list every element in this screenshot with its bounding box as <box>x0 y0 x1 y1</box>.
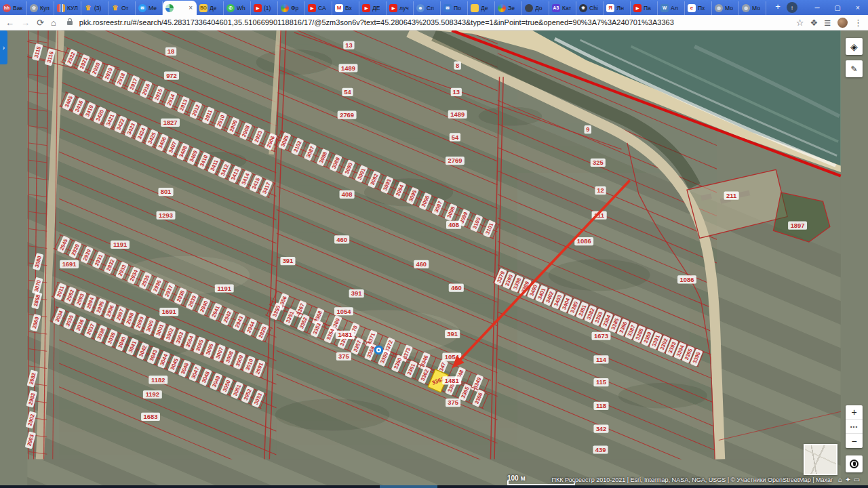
search-point-marker[interactable] <box>375 346 382 353</box>
tab[interactable]: До <box>522 1 549 15</box>
tab[interactable]: eПх <box>685 1 712 15</box>
parcel-label[interactable]: 1481 <box>336 331 355 339</box>
parcel-label[interactable]: 1191 <box>111 241 130 249</box>
tab[interactable]: ▶Па <box>631 1 658 15</box>
parcel-label[interactable]: 1481 <box>442 376 461 384</box>
tab[interactable]: ✉Ме <box>136 1 163 15</box>
new-tab-button[interactable]: + <box>769 1 787 14</box>
layers-button[interactable]: ◈ <box>846 38 863 55</box>
parcel-label[interactable]: 375 <box>446 399 460 407</box>
reload-button[interactable]: ⟳ <box>37 18 44 27</box>
tab[interactable]: ▶луч <box>387 1 414 15</box>
back-button[interactable]: ← <box>5 18 14 27</box>
parcel-label[interactable]: 9 <box>585 125 591 134</box>
tab[interactable]: ❋Chi <box>576 1 604 15</box>
parcel-label[interactable]: 115 <box>593 378 608 386</box>
cadastral-map[interactable]: 2922292129202919291829172916291529142913… <box>0 30 868 485</box>
parcel-label[interactable]: 118 <box>593 402 608 410</box>
windows-taskbar[interactable] <box>0 485 868 488</box>
minimize-button[interactable]: ─ <box>807 0 827 15</box>
parcel-label[interactable]: 2769 <box>338 111 357 119</box>
tab[interactable]: hhВак <box>0 1 27 15</box>
tab[interactable]: WАл <box>658 1 685 15</box>
parcel-label[interactable]: 12 <box>595 186 606 195</box>
parcel-label[interactable]: 211 <box>724 192 739 200</box>
parcel-label[interactable]: 1683 <box>141 413 160 421</box>
tab[interactable]: ▶СА <box>305 1 332 15</box>
tab[interactable]: MВх <box>332 1 359 15</box>
search-panel-toggle[interactable]: › <box>0 30 7 64</box>
parcel-label[interactable]: 325 <box>591 159 606 167</box>
parcel-label[interactable]: 1489 <box>448 110 467 119</box>
zoom-in-button[interactable]: + <box>846 405 863 420</box>
browser-update-icon[interactable]: ↑ <box>787 2 797 13</box>
tab[interactable]: ✿Куп <box>27 1 54 15</box>
tab[interactable]: Де <box>468 1 495 15</box>
parcel-label[interactable]: 801 <box>158 188 173 196</box>
browser-menu-icon[interactable]: ⋮ <box>854 18 863 27</box>
parcel-label[interactable]: 13 <box>343 41 354 49</box>
parcel-label[interactable]: 114 <box>593 355 608 363</box>
parcel-label[interactable]: 408 <box>340 190 355 199</box>
tab[interactable]: ☻Сп <box>414 1 441 15</box>
bookmark-star-icon[interactable]: ☆ <box>796 18 804 27</box>
parcel-label[interactable]: 391 <box>349 289 364 298</box>
tab[interactable]: ✉По <box>441 1 468 15</box>
zoom-out-button[interactable]: − <box>846 434 863 448</box>
parcel-label[interactable]: 1086 <box>677 275 696 283</box>
parcel-label[interactable]: 460 <box>334 235 349 243</box>
parcel-label[interactable]: 342 <box>593 425 608 433</box>
parcel-label[interactable]: 460 <box>449 283 464 291</box>
parcel-label[interactable]: 1489 <box>339 64 358 72</box>
tab[interactable]: ▶ДЕ <box>359 1 387 15</box>
parcel-label[interactable]: 1054 <box>334 307 353 315</box>
parcel-label[interactable]: 18 <box>165 47 176 56</box>
tab-close-icon[interactable]: × <box>187 4 194 12</box>
parcel-label[interactable]: 408 <box>446 221 461 229</box>
parcel-label[interactable]: 439 <box>593 445 608 453</box>
tab[interactable]: Фр <box>278 1 305 15</box>
parcel-label[interactable]: 1191 <box>215 284 234 292</box>
parcel-label[interactable]: 8 <box>454 61 460 69</box>
tab[interactable]: АЗКат <box>549 1 576 15</box>
parcel-label[interactable]: 2769 <box>446 157 465 165</box>
parcel-label[interactable]: 1086 <box>574 237 593 245</box>
tab[interactable]: ♛(3) <box>81 1 108 15</box>
parcel-label[interactable]: 1182 <box>149 375 167 384</box>
tab[interactable]: ▶(1) <box>251 1 278 15</box>
parcel-label[interactable]: 1673 <box>592 332 611 340</box>
parcel-label[interactable]: 391 <box>445 330 460 338</box>
parcel-label[interactable]: 1192 <box>143 390 162 399</box>
zoom-options-button[interactable]: ••• <box>846 420 863 434</box>
home-button[interactable]: ⌂ <box>51 18 56 27</box>
parcel-label[interactable]: 1897 <box>788 222 807 230</box>
tab[interactable]: ◍Мо <box>712 1 739 15</box>
tab[interactable]: ВОДе <box>197 1 224 15</box>
parcel-label[interactable]: 460 <box>414 260 429 268</box>
tab[interactable]: ЯЯн <box>604 1 631 15</box>
parcel-label[interactable]: 375 <box>336 352 351 361</box>
parcel-label[interactable]: 972 <box>164 71 179 79</box>
parcel-label[interactable]: 1293 <box>157 211 176 220</box>
parcel-label[interactable]: 391 <box>280 257 295 265</box>
tab[interactable]: ◍Мо <box>739 1 766 15</box>
profile-avatar[interactable] <box>837 18 848 28</box>
address-bar[interactable]: pkk.rosreestr.ru/#/search/45.28317336404… <box>79 18 789 26</box>
map-canvas[interactable]: 2922292129202919291829172916291529142913… <box>0 30 868 485</box>
parcel-label[interactable]: 1691 <box>60 260 79 268</box>
measure-tool-button[interactable]: ✎ <box>846 60 863 77</box>
reading-list-icon[interactable]: ≣ <box>824 18 831 27</box>
tab[interactable]: ✆Wh <box>224 1 251 15</box>
tab-active[interactable]: × <box>163 1 197 15</box>
tab[interactable]: ♛От <box>108 1 136 15</box>
close-button[interactable]: × <box>848 0 868 15</box>
parcel-label[interactable]: 54 <box>342 88 353 96</box>
parcel-label[interactable]: 1827 <box>161 119 180 127</box>
parcel-label[interactable]: 54 <box>450 133 460 141</box>
extensions-icon[interactable]: ❖ <box>810 18 818 27</box>
tab[interactable]: КУЛ <box>54 1 81 15</box>
geolocate-button[interactable] <box>846 455 863 472</box>
tab[interactable]: Зе <box>495 1 522 15</box>
parcel-label[interactable]: 13 <box>451 88 462 96</box>
forward-button[interactable]: → <box>21 18 30 27</box>
